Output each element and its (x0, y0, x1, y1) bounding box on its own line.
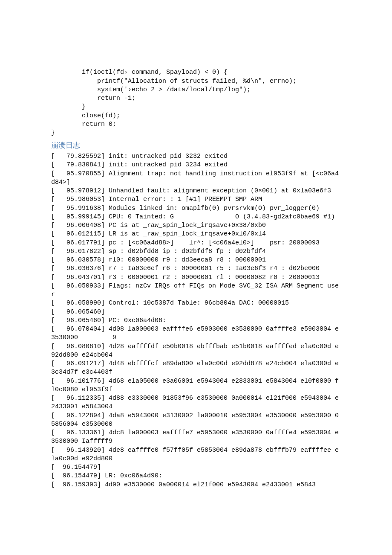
code-line: printf("Allocation of structs failed, %d… (51, 78, 297, 85)
crash-log-heading: 崩溃日志 (51, 141, 341, 151)
crash-log-body: [ 79.825592] init: untracked pid 3232 ex… (51, 152, 341, 489)
document-page: if(ioctl(fd› command, Spayload) < 0) { p… (0, 0, 392, 555)
code-line: close(fd); (51, 112, 120, 119)
code-line: if(ioctl(fd› command, Spayload) < 0) { (51, 69, 228, 76)
code-line: } (51, 103, 86, 110)
code-line: } (51, 129, 55, 137)
code-line: system('›echo 2 > /data/local/tmp/log"); (51, 86, 251, 93)
code-line: return 0; (51, 121, 116, 128)
code-snippet: if(ioctl(fd› command, Spayload) < 0) { p… (51, 60, 341, 137)
code-line: return -1; (51, 95, 135, 102)
